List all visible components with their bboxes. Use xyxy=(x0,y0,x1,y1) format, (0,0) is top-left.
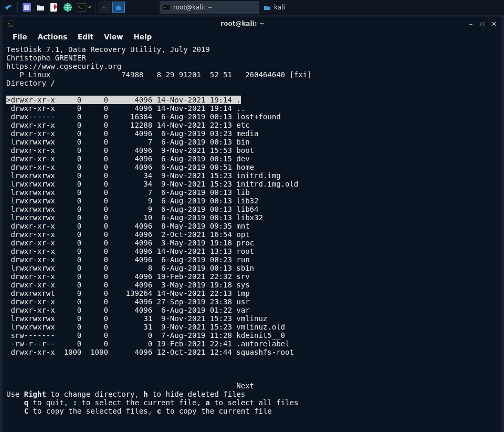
file-manager-icon[interactable] xyxy=(34,1,47,14)
svg-rect-1 xyxy=(24,5,29,10)
dir-row[interactable]: srw------- 0 0 0 7-Aug-2019 11:28 kdeini… xyxy=(6,331,498,340)
term-header-line: Directory / xyxy=(6,79,498,87)
terminal-icon: >_ xyxy=(163,4,170,11)
task-label: root@kali: ~ xyxy=(173,4,213,11)
dir-row[interactable]: drwx------ 0 0 16384 6-Aug-2019 00:13 lo… xyxy=(6,112,498,121)
minimize-button[interactable]: – xyxy=(467,20,475,28)
folder-icon xyxy=(264,4,271,11)
blank-line xyxy=(6,356,498,365)
maximize-button[interactable]: ▫ xyxy=(479,20,486,28)
term-header-line: P Linux 74988 8 29 91201 52 51 260464640… xyxy=(6,70,498,79)
window-title: root@kali: ~ xyxy=(18,20,467,27)
svg-text:>_: >_ xyxy=(78,5,83,9)
dir-row[interactable]: drwxr-xr-x 0 0 4096 14-Nov-2021 19:14 .. xyxy=(6,104,498,112)
menu-help[interactable]: Help xyxy=(130,32,156,42)
browser-app-icon[interactable] xyxy=(61,1,74,14)
dir-row[interactable]: drwxr-xr-x 1000 1000 4096 12-Oct-2021 12… xyxy=(6,348,498,356)
dir-row[interactable]: lrwxrwxrwx 0 0 34 9-Nov-2021 15:23 initr… xyxy=(6,180,498,188)
help-line: q to quit, : to select the current file,… xyxy=(6,398,498,407)
terminal-content[interactable]: TestDisk 7.1, Data Recovery Utility, Jul… xyxy=(3,43,501,432)
dir-row[interactable]: drwxr-xr-x 0 0 4096 14-Nov-2021 13:13 ro… xyxy=(6,247,498,255)
next-label[interactable]: Next xyxy=(6,382,498,390)
help-line: Use Right to change directory, h to hide… xyxy=(6,390,498,398)
dir-row[interactable]: drwxr-xr-x 0 0 4096 6-Aug-2019 01:22 var xyxy=(6,306,498,314)
dir-row[interactable]: drwxr-xr-x 0 0 4096 3-May-2019 19:18 sys xyxy=(6,281,498,289)
workspace-terminal-icon[interactable]: > xyxy=(99,2,111,13)
taskbar-separator xyxy=(17,2,18,13)
help-line: C to copy the selected files, c to copy … xyxy=(6,407,498,415)
menu-file[interactable]: File xyxy=(8,32,32,42)
dir-row[interactable]: lrwxrwxrwx 0 0 34 9-Nov-2021 15:23 initr… xyxy=(6,171,498,180)
kali-menu-icon[interactable] xyxy=(2,1,15,14)
dir-row[interactable]: lrwxrwxrwx 0 0 7 6-Aug-2019 00:13 lib xyxy=(6,188,498,197)
dir-row[interactable]: lrwxrwxrwx 0 0 7 6-Aug-2019 00:13 bin xyxy=(6,138,498,146)
menu-view[interactable]: View xyxy=(100,32,127,42)
dir-row[interactable]: lrwxrwxrwx 0 0 31 9-Nov-2021 15:23 vmlin… xyxy=(6,323,498,331)
window-titlebar[interactable]: >_ root@kali: ~ – ▫ ✕ xyxy=(3,17,501,30)
dir-row[interactable]: drwxr-xr-x 0 0 4096 6-Aug-2019 00:23 run xyxy=(6,255,498,264)
menu-edit[interactable]: Edit xyxy=(74,32,98,42)
dir-row[interactable]: drwxrwxrwt 0 0 139264 14-Nov-2021 22:13 … xyxy=(6,289,498,297)
terminal-window: >_ root@kali: ~ – ▫ ✕ File Actions Edit … xyxy=(3,17,501,432)
editor-app-icon[interactable] xyxy=(48,1,60,14)
task-label: kali xyxy=(274,4,285,11)
menubar: File Actions Edit View Help xyxy=(3,30,501,43)
task-filemgr[interactable]: kali xyxy=(260,1,302,14)
panel-app-icon[interactable] xyxy=(20,1,33,14)
term-header-line: Christophe GRENIER xyxy=(6,54,498,62)
dir-row[interactable]: drwxr-xr-x 0 0 12288 14-Nov-2021 22:13 e… xyxy=(6,121,498,129)
taskbar-separator xyxy=(96,2,96,13)
blank-line xyxy=(6,365,498,373)
dir-row[interactable]: -rw-r--r-- 0 0 0 19-Feb-2021 22:41 .auto… xyxy=(6,340,498,348)
dir-row[interactable]: drwxr-xr-x 0 0 4096 6-Aug-2019 03:23 med… xyxy=(6,129,498,138)
blank-line xyxy=(6,373,498,382)
term-header-line: TestDisk 7.1, Data Recovery Utility, Jul… xyxy=(6,45,498,54)
dir-row[interactable]: lrwxrwxrwx 0 0 8 6-Aug-2019 00:13 sbin xyxy=(6,264,498,272)
dir-row[interactable]: drwxr-xr-x 0 0 4096 6-Aug-2019 00:15 dev xyxy=(6,155,498,163)
dir-row[interactable]: drwxr-xr-x 0 0 4096 8-May-2019 09:35 mnt xyxy=(6,222,498,230)
menu-actions[interactable]: Actions xyxy=(34,32,71,42)
terminal-icon: >_ xyxy=(6,19,15,28)
dir-row[interactable]: drwxr-xr-x 0 0 4096 6-Aug-2019 00:51 hom… xyxy=(6,163,498,171)
svg-text:>: > xyxy=(103,5,105,9)
svg-text:>_: >_ xyxy=(164,5,168,9)
workspace-home-icon[interactable] xyxy=(112,2,125,13)
dir-row[interactable]: drwxr-xr-x 0 0 4096 9-Nov-2021 15:53 boo… xyxy=(6,146,498,155)
term-header-line xyxy=(6,87,498,96)
dir-row[interactable]: drwxr-xr-x 0 0 4096 19-Feb-2021 22:32 sr… xyxy=(6,272,498,281)
svg-text:>_: >_ xyxy=(8,22,12,26)
terminal-launcher-icon[interactable]: >_ xyxy=(75,1,93,14)
dir-row[interactable]: lrwxrwxrwx 0 0 9 6-Aug-2019 00:13 lib64 xyxy=(6,205,498,213)
dir-row-selected[interactable]: >drwxr-xr-x 0 0 4096 14-Nov-2021 19:14 . xyxy=(6,96,498,104)
taskbar: >_ > >_ root@kali: ~ kali xyxy=(0,0,504,15)
dir-row[interactable]: lrwxrwxrwx 0 0 31 9-Nov-2021 15:23 vmlin… xyxy=(6,314,498,323)
task-terminal[interactable]: >_ root@kali: ~ xyxy=(160,1,259,14)
dir-row[interactable]: drwxr-xr-x 0 0 4096 3-May-2019 19:18 pro… xyxy=(6,239,498,247)
dir-row[interactable]: drwxr-xr-x 0 0 4096 2-Oct-2021 16:54 opt xyxy=(6,230,498,239)
dir-row[interactable]: lrwxrwxrwx 0 0 10 6-Aug-2019 00:13 libx3… xyxy=(6,213,498,222)
term-header-line: https://www.cgsecurity.org xyxy=(6,62,498,70)
dir-row[interactable]: lrwxrwxrwx 0 0 9 6-Aug-2019 00:13 lib32 xyxy=(6,197,498,205)
close-button[interactable]: ✕ xyxy=(490,20,498,28)
dir-row[interactable]: drwxr-xr-x 0 0 4096 27-Sep-2019 23:38 us… xyxy=(6,297,498,306)
